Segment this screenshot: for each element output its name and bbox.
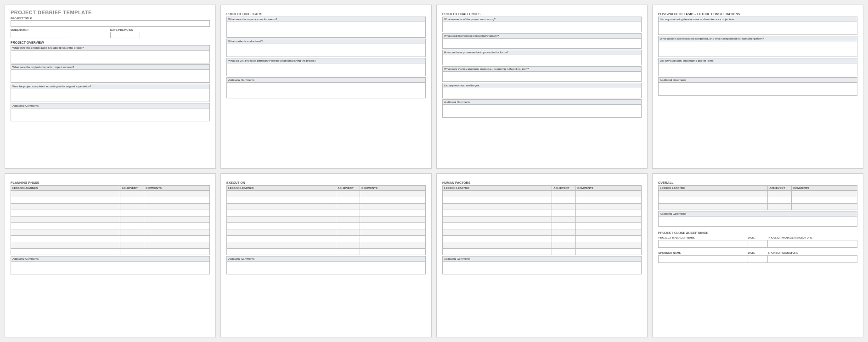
p3-q1-body[interactable] <box>442 22 642 32</box>
human-factors-table: LESSON LEARNEDACHIEVED?COMMENTS <box>442 185 642 255</box>
project-title-input[interactable] <box>11 20 210 27</box>
sponsor-sig-row: SPONSOR NAMEDATESPONSOR SIGNATURE <box>658 251 857 263</box>
table-row <box>227 217 426 223</box>
p5-additional-body[interactable] <box>11 262 210 274</box>
overall-title: OVERALL <box>658 181 857 184</box>
table-row <box>11 223 210 229</box>
p3-additional-body[interactable] <box>442 105 642 118</box>
table-row <box>443 210 642 217</box>
p1-additional-body[interactable] <box>11 108 210 121</box>
table-row <box>11 197 210 204</box>
p4-q3: List any additional outstanding project … <box>658 58 857 63</box>
p3-q3-body[interactable] <box>442 55 642 65</box>
p2-q2-body[interactable] <box>226 44 426 57</box>
col-lesson: LESSON LEARNED <box>11 186 120 191</box>
table-row <box>11 242 210 249</box>
pm-sig-label: PROJECT MANAGER SIGNATURE <box>768 235 857 240</box>
p2-additional: Additional Comments <box>226 77 426 83</box>
table-row <box>659 191 857 197</box>
date-prepared-input[interactable] <box>110 32 140 38</box>
p2-q1-body[interactable] <box>226 22 426 38</box>
p4-additional-body[interactable] <box>658 83 857 96</box>
table-row <box>443 191 642 197</box>
page-5: PLANNING PHASE LESSON LEARNEDACHIEVED?CO… <box>5 173 216 337</box>
planning-table: LESSON LEARNEDACHIEVED?COMMENTS <box>11 185 210 255</box>
p6-additional-body[interactable] <box>226 262 426 274</box>
project-close-title: PROJECT CLOSE ACCEPTANCE <box>658 231 857 234</box>
sponsor-sig-input[interactable] <box>768 256 857 263</box>
sponsor-date-input[interactable] <box>748 256 767 263</box>
table-row <box>443 197 642 204</box>
p2-additional-body[interactable] <box>226 83 426 98</box>
table-row <box>227 229 426 236</box>
human-factors-title: HUMAN FACTORS <box>442 181 642 184</box>
p2-q3-body[interactable] <box>226 63 426 76</box>
table-row <box>227 249 426 255</box>
pm-date-label: DATE <box>748 235 767 240</box>
table-row <box>659 197 857 204</box>
p3-q4-body[interactable] <box>442 72 642 82</box>
pm-date-input[interactable] <box>748 240 767 248</box>
table-row <box>443 236 642 242</box>
p3-q2-body[interactable] <box>442 39 642 49</box>
p4-q2: What actions still need to be completed,… <box>658 36 857 41</box>
moderator-input[interactable] <box>11 32 70 38</box>
p3-q2: What specific processes need improvement… <box>442 33 642 39</box>
table-row <box>443 249 642 255</box>
p2-q1: What were the major accomplishments? <box>226 17 426 22</box>
p4-q2-body[interactable] <box>658 41 857 57</box>
p1-additional: Additional Comments <box>11 103 210 108</box>
p1-q3: Was the project completed according to t… <box>11 84 210 89</box>
pm-sig-input[interactable] <box>768 240 857 248</box>
col-achieved: ACHIEVED? <box>120 186 144 191</box>
table-row <box>443 223 642 229</box>
execution-table: LESSON LEARNEDACHIEVED?COMMENTS <box>226 185 426 255</box>
p6-additional: Additional Comments <box>226 256 426 262</box>
table-row <box>227 191 426 197</box>
table-row <box>227 210 426 217</box>
table-row <box>443 229 642 236</box>
p3-q5: List any technical challenges. <box>442 83 642 88</box>
p3-q5-body[interactable] <box>442 88 642 98</box>
p3-additional: Additional Comments <box>442 99 642 105</box>
document-title: PROJECT DEBRIEF TEMPLATE <box>11 10 210 15</box>
p1-q1-body[interactable] <box>11 51 210 63</box>
table-row <box>659 204 857 210</box>
page-6: EXECUTION LESSON LEARNEDACHIEVED?COMMENT… <box>220 173 432 337</box>
p7-additional: Additional Comments <box>442 256 642 262</box>
p8-additional-body[interactable] <box>658 217 857 227</box>
pm-name-input[interactable] <box>659 240 748 248</box>
table-row <box>11 217 210 223</box>
table-row <box>227 242 426 249</box>
p3-q3: How can these processes be improved in t… <box>442 50 642 55</box>
sponsor-name-label: SPONSOR NAME <box>659 251 748 256</box>
sponsor-name-input[interactable] <box>659 256 748 263</box>
table-row <box>443 204 642 210</box>
page-8: OVERALL LESSON LEARNEDACHIEVED?COMMENTS … <box>652 173 863 337</box>
execution-title: EXECUTION <box>226 181 426 184</box>
project-title-label: PROJECT TITLE <box>11 17 210 20</box>
post-project-title: POST-PROJECT TASKS / FUTURE CONSIDERATIO… <box>658 12 857 16</box>
p1-q3-body[interactable] <box>11 89 210 102</box>
p4-q1-body[interactable] <box>658 22 857 35</box>
p4-q3-body[interactable] <box>658 63 857 76</box>
p7-additional-body[interactable] <box>442 262 642 274</box>
p1-q2-body[interactable] <box>11 70 210 83</box>
moderator-label: MODERATOR <box>11 28 110 31</box>
table-row <box>227 197 426 204</box>
table-row <box>227 236 426 242</box>
page-4: POST-PROJECT TASKS / FUTURE CONSIDERATIO… <box>652 5 863 169</box>
table-row <box>227 204 426 210</box>
table-row <box>11 204 210 210</box>
p2-q3: What did you find to be particularly use… <box>226 58 426 63</box>
p4-q1: List any continuing development and main… <box>658 17 857 22</box>
table-row <box>11 229 210 236</box>
sponsor-sig-label: SPONSOR SIGNATURE <box>768 251 857 256</box>
table-row <box>11 191 210 197</box>
p4-additional: Additional Comments <box>658 77 857 83</box>
sponsor-date-label: DATE <box>748 251 767 256</box>
overall-table: LESSON LEARNEDACHIEVED?COMMENTS <box>658 185 857 210</box>
p1-q1: What were the original goals and objecti… <box>11 45 210 51</box>
table-row <box>443 217 642 223</box>
date-prepared-label: DATE PREPARED <box>110 28 210 31</box>
